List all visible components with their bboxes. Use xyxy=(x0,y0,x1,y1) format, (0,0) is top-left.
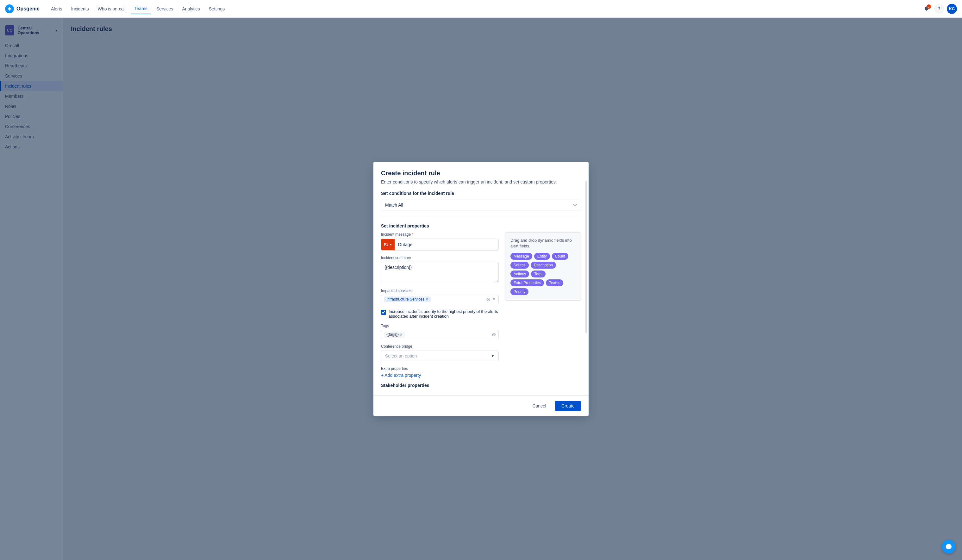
modal-scrollbar xyxy=(586,181,588,334)
dynamic-fields-panel: Drag and drop dynamic fields into alert … xyxy=(505,232,581,300)
match-all-select[interactable]: Match All Match Any xyxy=(381,200,581,210)
tags-clear-button[interactable]: ⊗ xyxy=(492,332,496,337)
impacted-services-label: Impacted services xyxy=(381,289,499,293)
extra-properties-field: Extra properties + Add extra property xyxy=(381,366,499,378)
add-extra-property-link[interactable]: + Add extra property xyxy=(381,373,499,378)
chip-extra-properties[interactable]: Extra Properties xyxy=(510,279,544,286)
priority-badge[interactable]: P1 ▼ xyxy=(381,239,395,250)
conference-placeholder: Select an option xyxy=(385,353,491,358)
dynamic-chips-container: Message Entity Count Source Description … xyxy=(510,253,576,295)
incident-summary-textarea[interactable]: {{description}} xyxy=(381,262,499,282)
modal-footer: Cancel Create xyxy=(373,395,589,416)
incident-message-input[interactable] xyxy=(395,239,499,250)
conference-bridge-label: Conference bridge xyxy=(381,344,499,349)
conference-bridge-field: Conference bridge Select an option ▼ xyxy=(381,344,499,361)
modal-subtitle: Enter conditions to specify which alerts… xyxy=(381,179,581,184)
incident-summary-field: Incident summary {{description}} xyxy=(381,256,499,284)
conference-bridge-select[interactable]: Select an option ▼ xyxy=(381,350,499,361)
chip-tags[interactable]: Tags xyxy=(531,271,545,278)
tag-remove-button[interactable]: × xyxy=(400,332,402,337)
create-button[interactable]: Create xyxy=(555,401,581,411)
create-incident-rule-modal: Create incident rule Enter conditions to… xyxy=(373,162,589,416)
modal-title: Create incident rule xyxy=(381,169,581,177)
chat-button[interactable] xyxy=(942,540,956,554)
notifications-button[interactable]: 2 xyxy=(922,4,931,14)
nav-analytics[interactable]: Analytics xyxy=(179,4,204,14)
impacted-services-field: Impacted services Infrastructure Service… xyxy=(381,289,499,304)
chip-actions[interactable]: Actions xyxy=(510,271,529,278)
required-indicator: * xyxy=(412,232,413,237)
services-actions: ⊗ ▼ xyxy=(486,297,496,302)
incident-properties-container: Incident message * P1 ▼ xyxy=(381,232,581,388)
chip-priority[interactable]: Priority xyxy=(510,288,528,295)
notification-badge: 2 xyxy=(926,5,931,9)
nav-services[interactable]: Services xyxy=(153,4,177,14)
priority-checkbox[interactable] xyxy=(381,310,386,315)
dynamic-panel-description: Drag and drop dynamic fields into alert … xyxy=(510,237,576,249)
logo-text: Opsgenie xyxy=(16,6,40,12)
extra-properties-label: Extra properties xyxy=(381,366,499,371)
section-divider xyxy=(381,217,581,217)
logo[interactable]: Opsgenie xyxy=(5,5,40,13)
tags-field: Tags {{tags}} × ⊗ xyxy=(381,324,499,339)
incident-summary-label: Incident summary xyxy=(381,256,499,260)
modal-header: Create incident rule Enter conditions to… xyxy=(373,162,589,184)
chip-teams[interactable]: Teams xyxy=(546,279,563,286)
help-button[interactable]: ? xyxy=(934,4,944,14)
chat-icon xyxy=(945,543,952,550)
incident-message-label: Incident message * xyxy=(381,232,499,237)
services-dropdown-icon[interactable]: ▼ xyxy=(492,297,496,302)
chip-source[interactable]: Source xyxy=(510,261,529,269)
properties-section-title: Set incident properties xyxy=(381,223,581,228)
modal-overlay: Create incident rule Enter conditions to… xyxy=(0,18,962,560)
chip-entity[interactable]: Entity xyxy=(534,253,550,260)
nav-alerts[interactable]: Alerts xyxy=(47,4,66,14)
priority-checkbox-label: Increase incident's priority to the high… xyxy=(389,309,499,319)
incident-form: Incident message * P1 ▼ xyxy=(381,232,499,388)
topnav: Opsgenie Alerts Incidents Who is on-call… xyxy=(0,0,962,18)
opsgenie-logo-icon xyxy=(5,5,14,13)
modal-body: Set conditions for the incident rule Mat… xyxy=(373,191,589,395)
service-tag: Infrastructure Services × xyxy=(384,297,431,302)
services-clear-button[interactable]: ⊗ xyxy=(486,297,490,302)
nav-who-is-on-call[interactable]: Who is on-call xyxy=(94,4,129,14)
conditions-section-title: Set conditions for the incident rule xyxy=(381,191,581,196)
priority-checkbox-row: Increase incident's priority to the high… xyxy=(381,309,499,319)
incident-message-row: P1 ▼ xyxy=(381,239,499,250)
topnav-links: Alerts Incidents Who is on-call Teams Se… xyxy=(47,3,922,14)
service-tag-remove-button[interactable]: × xyxy=(426,297,428,302)
chip-count[interactable]: Count xyxy=(552,253,568,260)
tag-chip: {{tags}} × xyxy=(384,332,405,337)
user-avatar[interactable]: KC xyxy=(947,4,957,14)
nav-incidents[interactable]: Incidents xyxy=(68,4,93,14)
priority-chevron-icon: ▼ xyxy=(389,243,392,246)
nav-teams[interactable]: Teams xyxy=(131,3,151,14)
tags-label: Tags xyxy=(381,324,499,328)
cancel-button[interactable]: Cancel xyxy=(527,401,551,411)
topnav-actions: 2 ? KC xyxy=(922,4,957,14)
tags-input-container[interactable]: {{tags}} × ⊗ xyxy=(381,330,499,339)
chip-message[interactable]: Message xyxy=(510,253,532,260)
conference-chevron-icon: ▼ xyxy=(491,354,495,358)
svg-point-1 xyxy=(8,8,10,10)
stakeholder-section-title: Stakeholder properties xyxy=(381,383,499,388)
nav-settings[interactable]: Settings xyxy=(205,4,229,14)
chip-description[interactable]: Description xyxy=(531,261,556,269)
services-input-container[interactable]: Infrastructure Services × ⊗ ▼ xyxy=(381,295,499,304)
incident-message-field: Incident message * P1 ▼ xyxy=(381,232,499,250)
